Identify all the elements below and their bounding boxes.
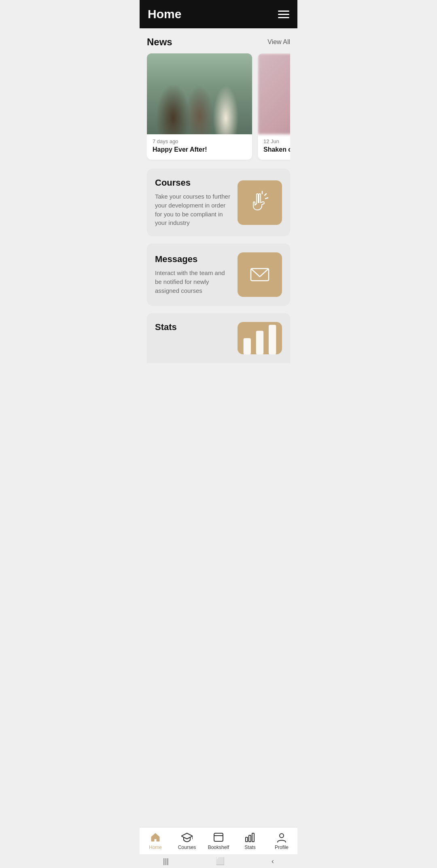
view-all-news-link[interactable]: View All [267, 38, 290, 46]
news-section-title: News [147, 36, 172, 48]
news-card-1-title: Happy Ever After! [153, 146, 246, 153]
news-cards-scroll[interactable]: 7 days ago Happy Ever After! 12 Jun Shak… [147, 53, 290, 161]
app-header: Home [140, 0, 297, 28]
hamburger-line-1 [278, 11, 289, 12]
main-content: News View All 7 days ago Happy Ever Afte… [140, 28, 297, 404]
stats-icon-box [238, 322, 282, 354]
hamburger-line-2 [278, 14, 289, 15]
courses-card-content: Courses Take your courses to further you… [155, 178, 231, 227]
news-card-2[interactable]: 12 Jun Shaken or S [258, 53, 290, 160]
messages-icon-box [238, 252, 282, 297]
news-card-2-meta: 12 Jun Shaken or S [258, 134, 290, 153]
pointer-icon [248, 191, 272, 215]
news-card-1-date: 7 days ago [153, 138, 246, 144]
courses-icon-box [238, 180, 282, 225]
chart-icon [238, 316, 282, 360]
svg-line-0 [265, 194, 266, 195]
svg-line-1 [265, 198, 268, 199]
courses-card[interactable]: Courses Take your courses to further you… [147, 169, 290, 236]
stats-card-title: Stats [155, 322, 231, 332]
news-card-2-date: 12 Jun [263, 138, 290, 144]
news-card-2-title: Shaken or S [263, 146, 290, 153]
courses-card-desc: Take your courses to further your develo… [155, 192, 231, 227]
news-card-2-image [258, 53, 290, 134]
svg-rect-6 [269, 325, 276, 354]
svg-rect-4 [244, 338, 251, 354]
page-title: Home [148, 7, 181, 21]
messages-card-content: Messages Interact with the team and be n… [155, 254, 231, 295]
news-card-1-meta: 7 days ago Happy Ever After! [147, 134, 252, 153]
hamburger-menu-button[interactable] [278, 11, 289, 18]
courses-card-title: Courses [155, 178, 231, 188]
messages-card-title: Messages [155, 254, 231, 265]
svg-rect-5 [256, 331, 263, 355]
messages-card-desc: Interact with the team and be notified f… [155, 269, 231, 295]
messages-card[interactable]: Messages Interact with the team and be n… [147, 243, 290, 306]
hamburger-line-3 [278, 17, 289, 18]
news-card-1-image [147, 53, 252, 134]
stats-card[interactable]: Stats [147, 313, 290, 363]
news-card-1[interactable]: 7 days ago Happy Ever After! [147, 53, 252, 160]
stats-card-content: Stats [155, 322, 231, 337]
envelope-icon [248, 263, 272, 287]
news-section-header: News View All [147, 36, 290, 48]
